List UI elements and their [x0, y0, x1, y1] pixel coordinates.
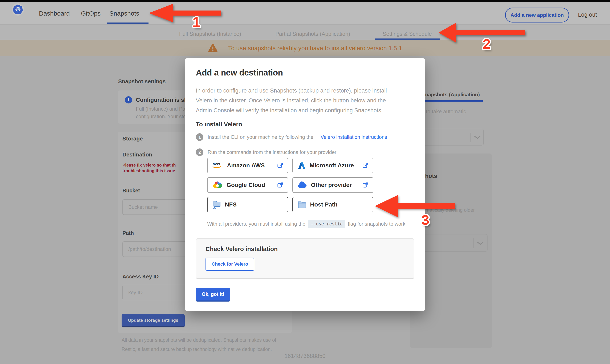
provider-button-google-cloud[interactable]: Google Cloud	[207, 177, 288, 193]
right-tab-partial-snapshots[interactable]: napshots (Application)	[425, 92, 480, 98]
nav-active-underline	[107, 23, 148, 24]
check-for-velero-button[interactable]: Check for Velero	[206, 258, 254, 271]
tab-settings-schedule[interactable]: Settings & Schedule	[383, 31, 432, 37]
external-link-icon	[277, 163, 283, 169]
dropdown-separator	[470, 133, 470, 142]
provider-button-nfs[interactable]: NFS	[207, 197, 288, 212]
nav-item-snapshots[interactable]: Snapshots	[109, 10, 139, 17]
step-1-text: Install the CLI on your machine by follo…	[208, 134, 313, 140]
kubernetes-logo: ☸	[12, 3, 24, 15]
chevron-down-icon	[477, 242, 483, 245]
install-step-2: 2 Run the commands from the instructions…	[196, 148, 414, 156]
modal-intro-line3: Admin Console will verify the installati…	[196, 105, 414, 116]
velero-instructions-link[interactable]: Velero installation instructions	[321, 134, 387, 140]
svg-text:aws: aws	[213, 162, 220, 166]
external-link-icon	[363, 182, 368, 188]
provider-button-other[interactable]: Other provider	[292, 177, 373, 193]
subnav-active-underline	[375, 39, 440, 40]
info-card-title: Configuration is sh	[136, 97, 188, 103]
restic-note-before: With all providers, you must install usi…	[207, 221, 305, 227]
provider-button-host-path[interactable]: Host Path	[292, 197, 373, 212]
provider-button-aws[interactable]: aws Amazon AWS	[207, 158, 288, 173]
restic-note: With all providers, you must install usi…	[207, 220, 414, 228]
dedup-footnote-line1: All data in your snapshots will be dedup…	[122, 337, 276, 343]
nav-item-dashboard[interactable]: Dashboard	[39, 10, 70, 17]
annotation-number-3: 3	[422, 213, 429, 227]
retention-heading-fragment: hots	[425, 173, 437, 179]
provider-label: Host Path	[310, 201, 337, 208]
info-icon: i	[125, 96, 132, 104]
external-link-icon	[363, 163, 368, 169]
provider-button-azure[interactable]: Microsoft Azure	[292, 158, 373, 173]
logout-button[interactable]: Log out	[578, 12, 597, 18]
storage-section-title: Storage	[122, 135, 143, 142]
window-top-strip	[0, 0, 610, 2]
velero-error-line1: Please fix Velero so that th	[122, 163, 176, 168]
bucket-label: Bucket	[122, 188, 140, 194]
nav-item-gitops[interactable]: GitOps	[81, 10, 101, 17]
warning-icon	[208, 44, 218, 52]
install-step-1: 1 Install the CLI on your machine by fol…	[196, 133, 414, 141]
tab-full-snapshots[interactable]: Full Snapshots (Instance)	[179, 31, 241, 37]
velero-error-line2: troubleshooting this issue	[122, 169, 175, 173]
azure-icon	[298, 162, 306, 169]
ok-got-it-button[interactable]: Ok, got it!	[196, 288, 230, 301]
modal-intro-line2: Velero in the cluster. Once Velero is in…	[196, 96, 414, 105]
provider-label: Amazon AWS	[227, 162, 265, 169]
restic-flag-code: --use-restic	[308, 220, 345, 228]
dedup-footnote-line2: Restic, a fast and secure backup technol…	[122, 347, 272, 352]
destination-label: Destination	[122, 151, 152, 158]
step-1-badge: 1	[196, 133, 203, 141]
google-cloud-icon	[212, 181, 223, 189]
info-card-line2: configuration. Your stor	[136, 114, 188, 119]
chevron-down-icon	[474, 136, 480, 139]
right-tab-underline	[425, 100, 483, 102]
info-card-line1: Full (Instance) and Parti	[136, 106, 190, 112]
folder-icon	[298, 201, 306, 208]
top-navbar: ☸ Dashboard GitOps Snapshots Add a new a…	[0, 2, 610, 25]
check-velero-card: Check Velero installation Check for Vele…	[196, 238, 414, 279]
access-key-label: Access Key ID	[122, 273, 159, 280]
annotation-number-2: 2	[483, 37, 491, 51]
provider-label: Other provider	[311, 182, 352, 188]
provider-label: Google Cloud	[227, 182, 265, 188]
step-2-badge: 2	[196, 148, 203, 156]
aws-icon: aws	[212, 162, 223, 169]
add-destination-modal: Add a new destination In order to config…	[185, 58, 425, 311]
modal-intro-line1: In order to configure and use Snapshots …	[196, 86, 414, 96]
warning-message: To use snapshots reliably you have to in…	[228, 45, 402, 52]
check-velero-title: Check Velero installation	[206, 246, 404, 253]
restic-note-after: flag for snapshots to work.	[348, 221, 407, 227]
cloud-icon	[298, 182, 307, 189]
step-2-text: Run the commands from the instructions f…	[208, 149, 336, 155]
app-screen: ☸ Dashboard GitOps Snapshots Add a new a…	[0, 0, 610, 364]
tab-partial-snapshots[interactable]: Partial Snapshots (Application)	[275, 31, 350, 37]
right-auto-text: to take automatic	[426, 108, 466, 115]
page-title: Snapshot settings	[118, 78, 166, 85]
update-storage-settings-button[interactable]: Update storage settings	[122, 314, 185, 327]
modal-title: Add a new destination	[196, 68, 414, 77]
install-velero-heading: To install Velero	[196, 121, 414, 128]
dropdown-separator	[473, 238, 474, 248]
add-application-button[interactable]: Add a new application	[505, 8, 569, 23]
annotation-number-1: 1	[193, 15, 200, 29]
nfs-icon	[212, 200, 221, 209]
external-link-icon	[277, 182, 283, 188]
velero-warning-banner: To use snapshots reliably you have to in…	[0, 40, 610, 56]
provider-label: Microsoft Azure	[310, 162, 354, 169]
kubernetes-logo-icon: ☸	[13, 4, 23, 14]
path-label: Path	[122, 230, 134, 236]
provider-label: NFS	[225, 201, 237, 208]
footer-timestamp: 1614873688850	[0, 353, 610, 359]
provider-grid: aws Amazon AWS Microsoft Azure	[207, 158, 373, 212]
